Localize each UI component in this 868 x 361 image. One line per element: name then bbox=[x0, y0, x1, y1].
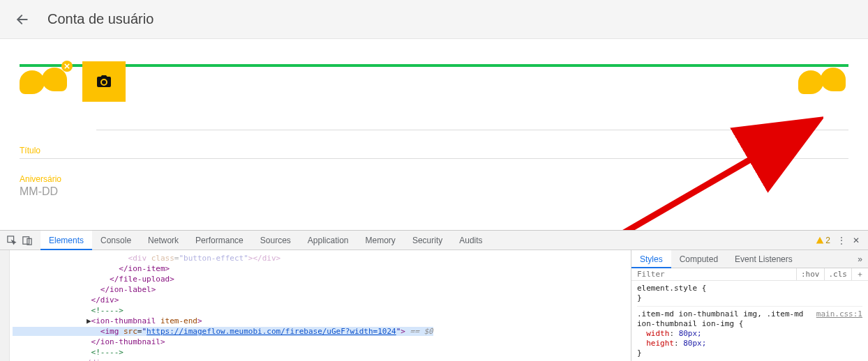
tab-application[interactable]: Application bbox=[299, 231, 357, 250]
back-button[interactable] bbox=[13, 10, 32, 29]
upload-photo-button[interactable] bbox=[82, 61, 126, 102]
warnings-badge[interactable]: 2 bbox=[816, 236, 830, 245]
styles-filter-row: :hov .cls ＋ bbox=[631, 268, 868, 281]
logo-blob-left bbox=[798, 70, 823, 94]
tab-memory[interactable]: Memory bbox=[357, 231, 404, 250]
device-toolbar-button[interactable] bbox=[20, 236, 35, 245]
tab-audits[interactable]: Audits bbox=[451, 231, 491, 250]
styles-tabs: Styles Computed Event Listeners » bbox=[631, 250, 868, 268]
tab-sources[interactable]: Sources bbox=[252, 231, 299, 250]
devtools-body: <div class="button-effect"></div> </ion-… bbox=[0, 250, 868, 361]
devtools-panel: Elements Console Network Performance Sou… bbox=[0, 230, 868, 361]
new-style-rule[interactable]: ＋ bbox=[851, 268, 868, 280]
dom-gutter bbox=[0, 250, 10, 361]
logo-blob-right bbox=[42, 68, 67, 91]
tab-network[interactable]: Network bbox=[140, 231, 187, 250]
close-icon bbox=[64, 63, 70, 69]
page-body: Título Aniversário MM-DD bbox=[0, 61, 868, 252]
styles-rules[interactable]: element.style { } main.css:1 .item-md io… bbox=[631, 281, 868, 361]
titulo-field[interactable]: Título bbox=[20, 139, 848, 159]
warning-count: 2 bbox=[825, 236, 830, 245]
inspect-element-button[interactable] bbox=[4, 236, 20, 245]
hero-left bbox=[20, 61, 126, 102]
logo-blob-left bbox=[20, 70, 45, 94]
avatar-logo bbox=[20, 68, 70, 95]
svg-rect-5 bbox=[23, 236, 29, 244]
page-title: Conta de usuário bbox=[47, 11, 154, 27]
styles-filter-input[interactable] bbox=[631, 270, 796, 279]
tab-elements[interactable]: Elements bbox=[40, 231, 92, 250]
devtools-close-button[interactable]: ✕ bbox=[853, 236, 860, 245]
dom-source: <div class="button-effect"></div> </ion-… bbox=[13, 253, 631, 361]
aniversario-placeholder: MM-DD bbox=[20, 185, 848, 198]
device-icon bbox=[22, 236, 32, 245]
source-file-link[interactable]: main.css:1 bbox=[816, 309, 862, 319]
remove-avatar-badge[interactable] bbox=[61, 61, 73, 72]
hov-toggle[interactable]: :hov bbox=[796, 268, 824, 280]
hero-row bbox=[20, 61, 848, 116]
app-bar: Conta de usuário bbox=[0, 0, 868, 39]
inspect-icon bbox=[7, 236, 17, 245]
arrow-left-icon bbox=[15, 13, 29, 26]
devtools-tabbar: Elements Console Network Performance Sou… bbox=[0, 231, 868, 250]
styles-panel: Styles Computed Event Listeners » :hov .… bbox=[631, 250, 868, 361]
styles-tab-computed[interactable]: Computed bbox=[671, 250, 726, 268]
name-field[interactable] bbox=[96, 109, 848, 130]
thumbnail-preview bbox=[798, 68, 848, 95]
styles-more-tabs[interactable]: » bbox=[852, 254, 868, 264]
cls-toggle[interactable]: .cls bbox=[824, 268, 852, 280]
devtools-tabs: Elements Console Network Performance Sou… bbox=[40, 231, 491, 250]
warning-icon bbox=[816, 236, 824, 245]
styles-tab-styles[interactable]: Styles bbox=[631, 250, 671, 268]
logo-blob-right bbox=[821, 68, 846, 91]
tab-console[interactable]: Console bbox=[92, 231, 140, 250]
tab-security[interactable]: Security bbox=[404, 231, 451, 250]
camera-icon bbox=[96, 73, 112, 90]
devtools-right-controls: 2 ⋮ ✕ bbox=[816, 236, 864, 245]
progress-bar bbox=[20, 64, 848, 67]
aniversario-field[interactable]: Aniversário MM-DD bbox=[20, 167, 848, 201]
devtools-menu-button[interactable]: ⋮ bbox=[837, 236, 846, 245]
aniversario-label: Aniversário bbox=[20, 174, 848, 184]
titulo-label: Título bbox=[20, 146, 848, 155]
styles-tab-eventlisteners[interactable]: Event Listeners bbox=[726, 250, 801, 268]
dom-tree[interactable]: <div class="button-effect"></div> </ion-… bbox=[0, 250, 631, 361]
tab-performance[interactable]: Performance bbox=[187, 231, 252, 250]
